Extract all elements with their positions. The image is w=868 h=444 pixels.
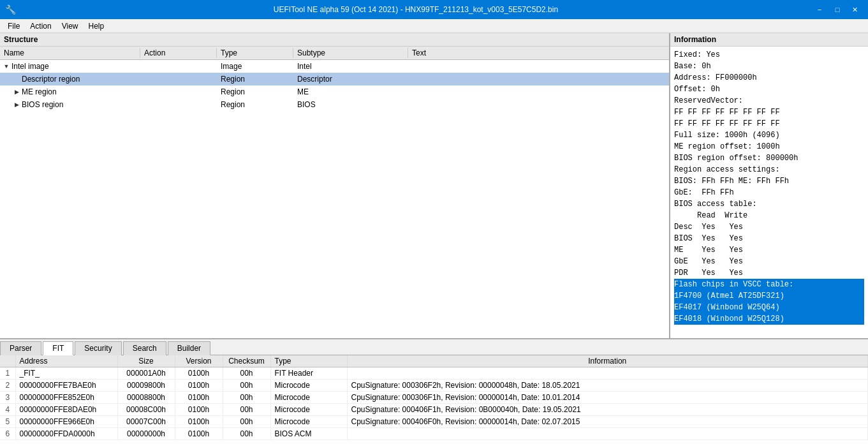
maximize-button[interactable]: □: [830, 3, 845, 16]
fit-table-cell: Microcode: [270, 380, 347, 392]
minimize-button[interactable]: −: [812, 3, 827, 16]
info-line: GbE Yes Yes: [674, 256, 864, 267]
fit-table-cell: 00h: [223, 380, 270, 392]
info-line: ME region offset: 1000h: [674, 141, 864, 152]
structure-row-text: [408, 78, 669, 80]
structure-row[interactable]: ▼Intel imageImageIntel: [0, 60, 669, 73]
structure-row-text: [408, 66, 669, 67]
col-header-type: Type: [217, 48, 293, 58]
structure-row[interactable]: ▶BIOS regionRegionBIOS: [0, 98, 669, 111]
fit-col-header: Address: [15, 355, 117, 367]
fit-table-cell: 6: [0, 428, 15, 440]
info-panel: Information Fixed: YesBase: 0hAddress: F…: [670, 33, 868, 338]
structure-body: ▼Intel imageImageIntelDescriptor regionR…: [0, 60, 669, 338]
tab-security[interactable]: Security: [75, 341, 121, 355]
structure-row-subtype: ME: [293, 87, 408, 97]
fit-table-cell: 00007C00h: [117, 416, 175, 428]
info-line: Read Write: [674, 210, 864, 221]
tree-toggle-icon[interactable]: ▼: [3, 63, 10, 70]
info-line: PDR Yes Yes: [674, 267, 864, 279]
fit-table-cell: 0100h: [175, 404, 223, 416]
fit-table-header: AddressSizeVersionChecksumTypeInformatio…: [0, 355, 868, 367]
info-panel-header: Information: [670, 33, 868, 47]
info-line: ReservedVector:: [674, 95, 864, 107]
info-body: Fixed: YesBase: 0hAddress: FF000000hOffs…: [670, 47, 868, 338]
title-controls: − □ ✕: [812, 3, 863, 16]
info-line: Fixed: Yes: [674, 49, 864, 61]
fit-table-cell: [347, 367, 868, 380]
tab-bar: ParserFITSecuritySearchBuilder: [0, 339, 868, 355]
structure-row-type: Region: [217, 74, 293, 84]
fit-table-cell: CpuSignature: 000306F2h, Revision: 00000…: [347, 380, 868, 392]
fit-table-cell: 0100h: [175, 416, 223, 428]
menu-help[interactable]: Help: [84, 20, 110, 32]
fit-table-cell: 00000000FFE8DAE0h: [15, 404, 117, 416]
close-button[interactable]: ✕: [848, 3, 863, 16]
fit-table-cell: 00008C00h: [117, 404, 175, 416]
fit-table-cell: 00008800h: [117, 392, 175, 404]
structure-row-text: [408, 104, 669, 105]
info-line: Address: FF000000h: [674, 72, 864, 84]
structure-row-name: ▼Intel image: [0, 61, 140, 71]
fit-table-row[interactable]: 500000000FFE966E0h00007C00h0100h00hMicro…: [0, 416, 868, 428]
structure-panel: Structure Name Action Type Subtype Text …: [0, 33, 670, 338]
fit-table-body: 1_FIT_000001A0h0100h00hFIT Header2000000…: [0, 367, 868, 440]
fit-col-header: Version: [175, 355, 223, 367]
fit-table-cell: 00000000FFDA0000h: [15, 428, 117, 440]
structure-row-name-text: Intel image: [11, 62, 49, 71]
fit-table-row[interactable]: 1_FIT_000001A0h0100h00hFIT Header: [0, 367, 868, 380]
tree-toggle-icon[interactable]: ▶: [13, 101, 20, 108]
fit-table-cell: Microcode: [270, 416, 347, 428]
fit-table-cell: CpuSignature: 000306F1h, Revision: 00000…: [347, 392, 868, 404]
structure-row-action: [140, 91, 217, 93]
info-line: BIOS: FFh FFh ME: FFh FFh: [674, 175, 864, 187]
fit-table-cell: 00h: [223, 367, 270, 380]
main-content: Structure Name Action Type Subtype Text …: [0, 33, 868, 444]
app-icon: 🔧: [5, 4, 16, 15]
menu-action[interactable]: Action: [25, 20, 56, 32]
fit-table-cell: BIOS ACM: [270, 428, 347, 440]
fit-table-cell: 0100h: [175, 380, 223, 392]
tab-search[interactable]: Search: [123, 341, 166, 355]
menu-view[interactable]: View: [57, 20, 84, 32]
info-line-highlighted: 1F4700 (Atmel AT25DF321): [674, 290, 864, 302]
structure-row[interactable]: Descriptor regionRegionDescriptor: [0, 73, 669, 85]
col-header-subtype: Subtype: [293, 48, 408, 58]
tab-fit[interactable]: FIT: [43, 341, 73, 355]
tab-parser[interactable]: Parser: [0, 341, 41, 355]
fit-table-row[interactable]: 400000000FFE8DAE0h00008C00h0100h00hMicro…: [0, 404, 868, 416]
menu-file[interactable]: File: [3, 20, 25, 32]
tab-builder[interactable]: Builder: [168, 341, 210, 355]
fit-table-row[interactable]: 300000000FFE852E0h00008800h0100h00hMicro…: [0, 392, 868, 404]
col-header-action: Action: [140, 48, 217, 58]
fit-table-row[interactable]: 200000000FFE7BAE0h00009800h0100h00hMicro…: [0, 380, 868, 392]
col-header-name: Name: [0, 48, 140, 58]
info-line: BIOS access table:: [674, 198, 864, 210]
structure-panel-header: Structure: [0, 33, 669, 47]
fit-table-cell: 00h: [223, 392, 270, 404]
structure-row-name: ▶BIOS region: [0, 100, 140, 110]
title-bar: 🔧 UEFITool NE alpha 59 (Oct 14 2021) - H…: [0, 0, 868, 19]
fit-table-cell: 0100h: [175, 392, 223, 404]
fit-col-header: Information: [347, 355, 868, 367]
info-line: Offset: 0h: [674, 84, 864, 95]
structure-row-action: [140, 78, 217, 80]
fit-table-cell: 00000000FFE966E0h: [15, 416, 117, 428]
structure-row-type: Region: [217, 100, 293, 110]
fit-table[interactable]: AddressSizeVersionChecksumTypeInformatio…: [0, 355, 868, 444]
top-section: Structure Name Action Type Subtype Text …: [0, 33, 868, 339]
info-line: BIOS region offset: 800000h: [674, 152, 864, 164]
structure-row-type: Image: [217, 61, 293, 71]
tree-toggle-icon[interactable]: ▶: [13, 88, 20, 96]
fit-data-table: AddressSizeVersionChecksumTypeInformatio…: [0, 355, 868, 440]
fit-table-cell: 000001A0h: [117, 367, 175, 380]
fit-table-row[interactable]: 600000000FFDA0000h00000000h0100h00hBIOS …: [0, 428, 868, 440]
fit-table-cell: CpuSignature: 000406F0h, Revision: 00000…: [347, 416, 868, 428]
structure-row-name-text: Descriptor region: [22, 75, 80, 84]
fit-col-header: Checksum: [223, 355, 270, 367]
fit-table-cell: 00000000FFE852E0h: [15, 392, 117, 404]
info-line: Full size: 1000h (4096): [674, 130, 864, 141]
structure-row-subtype: Intel: [293, 61, 408, 71]
info-line-highlighted: EF4018 (Winbond W25Q128): [674, 313, 864, 325]
structure-row[interactable]: ▶ME regionRegionME: [0, 85, 669, 98]
